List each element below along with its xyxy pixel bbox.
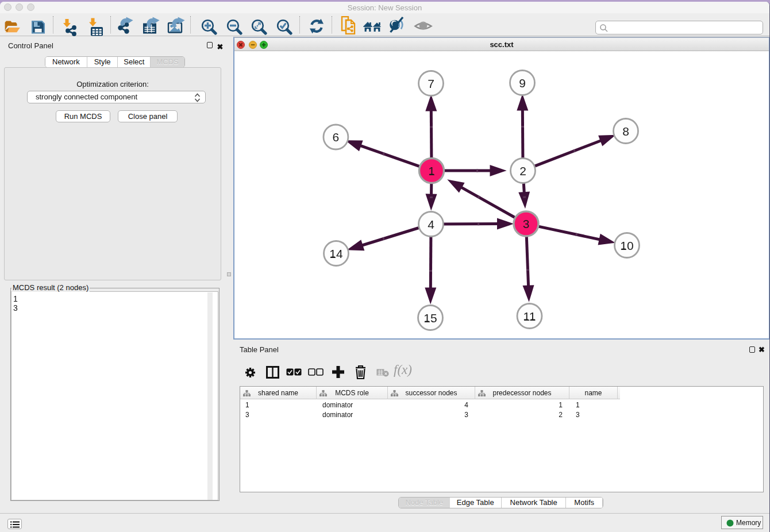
svg-text:6: 6: [333, 130, 340, 144]
svg-text:1: 1: [428, 164, 435, 178]
svg-text:11: 11: [523, 310, 536, 323]
svg-text:10: 10: [620, 239, 633, 252]
svg-text:15: 15: [424, 311, 437, 325]
svg-text:4: 4: [428, 218, 434, 231]
svg-text:2: 2: [519, 164, 526, 178]
svg-text:9: 9: [519, 76, 526, 90]
svg-text:14: 14: [329, 247, 343, 260]
svg-text:7: 7: [428, 77, 434, 90]
svg-text:3: 3: [523, 217, 530, 230]
svg-text:8: 8: [622, 125, 629, 138]
svg-text:f(x): f(x): [394, 363, 412, 377]
